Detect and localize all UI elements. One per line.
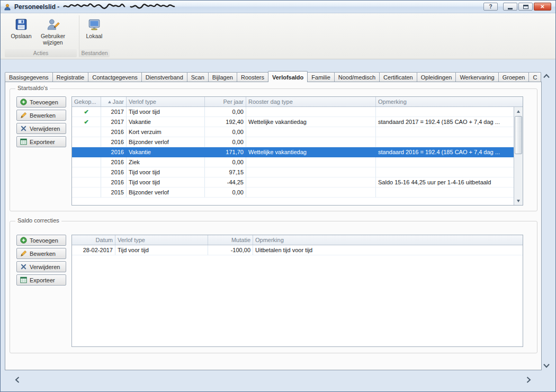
tab-familie[interactable]: Familie (307, 72, 334, 82)
cell-per-jaar: 0,00 (205, 188, 246, 198)
scrollbar-thumb[interactable] (515, 116, 522, 154)
tab-dienstverband[interactable]: Dienstverband (141, 72, 187, 82)
column-header-jaar[interactable]: Jaar (101, 97, 127, 106)
column-header-datum[interactable]: Datum (72, 235, 115, 245)
minimize-icon (508, 8, 513, 10)
scroll-left-button[interactable] (12, 375, 22, 385)
column-header-per-jaar[interactable]: Per jaar (205, 97, 246, 106)
table-row[interactable]: 2016 Bijzonder verlof 0,00 (72, 137, 514, 147)
tab-certificaten[interactable]: Certificaten (379, 72, 417, 82)
bewerken-button[interactable]: Bewerken (16, 248, 66, 259)
column-header-jaar-label: Jaar (113, 97, 124, 106)
cell-jaar: 2016 (101, 147, 127, 157)
lokaal-button[interactable]: Lokaal (80, 16, 109, 48)
tab-opleidingen[interactable]: Opleidingen (417, 72, 456, 82)
scroll-right-button[interactable] (524, 375, 533, 385)
tab-registratie[interactable]: Registratie (52, 72, 89, 82)
page-vertical-scrollbar (542, 71, 551, 370)
chevron-down-icon (543, 363, 550, 368)
table-row-selected[interactable]: 2016 Vakantie 171,70 Wettelijke vakantie… (72, 147, 514, 157)
gekoppeld-check-icon (72, 137, 101, 147)
cell-jaar: 2016 (101, 177, 127, 188)
table-row[interactable]: 2015 Bijzonder verlof 0,00 (72, 188, 514, 198)
column-header-gekoppeld[interactable]: Gekop... (72, 97, 101, 106)
tab-contactgegevens[interactable]: Contactgegevens (88, 72, 142, 82)
window-title: Personeelslid - (14, 3, 59, 11)
cell-rooster-dag-type: Wettelijke vakantiedag (246, 117, 376, 127)
pencil-icon (20, 112, 27, 119)
verwijderen-button[interactable]: Verwijderen (16, 123, 66, 134)
cell-per-jaar: 97,15 (205, 167, 246, 177)
gekoppeld-check-icon (72, 157, 101, 167)
cell-verlof-type: Tijd voor tijd (115, 245, 208, 255)
cell-rooster-dag-type (246, 167, 376, 177)
column-header-mutatie[interactable]: Mutatie (208, 235, 253, 245)
column-header-rooster-dag-type[interactable]: Rooster dag type (246, 97, 376, 106)
titlebar: Personeelslid - ? ✕ (1, 1, 555, 13)
toolbar-group-caption: Bestanden (79, 49, 110, 57)
saldo-correcties-groupbox: Saldo correcties Toevoegen Bewerken Verw… (10, 221, 537, 353)
exporteer-label: Exporteer (30, 139, 55, 145)
table-row[interactable]: 2016 Tijd voor tijd 97,15 (72, 167, 514, 177)
cell-jaar: 2016 (101, 157, 127, 167)
cell-jaar: 2017 (101, 107, 127, 117)
cell-opmerking (376, 107, 514, 117)
toevoegen-button[interactable]: Toevoegen (16, 96, 66, 108)
gebruiker-wijzigen-button[interactable]: Gebruiker wijzigen (37, 16, 69, 48)
toevoegen-button[interactable]: Toevoegen (16, 235, 66, 246)
table-row[interactable]: 2016 Ziek 0,00 (72, 157, 514, 167)
cell-jaar: 2016 (101, 137, 127, 147)
cell-jaar: 2016 (101, 167, 127, 177)
tab-roosters[interactable]: Roosters (237, 72, 268, 82)
tab-werkervaring[interactable]: Werkervaring (455, 72, 498, 82)
table-vertical-scrollbar (514, 107, 523, 205)
help-button[interactable]: ? (483, 3, 498, 11)
table-row[interactable]: 2016 Kort verzuim 0,00 (72, 127, 514, 137)
tab-groepen[interactable]: Groepen (498, 72, 530, 82)
column-header-verlof-type[interactable]: Verlof type (115, 235, 208, 245)
tab-scan[interactable]: Scan (187, 72, 209, 82)
column-header-opmerking[interactable]: Opmerking (253, 235, 523, 245)
startsaldos-table-body: ✔ 2017 Tijd voor tijd 0,00 ✔ 2017 Vakant… (72, 107, 514, 205)
tab-bijlagen[interactable]: Bijlagen (208, 72, 237, 82)
cell-datum: 28-02-2017 (72, 245, 115, 255)
tab-overflow[interactable]: C (528, 72, 541, 82)
table-row[interactable]: 28-02-2017 Tijd voor tijd -100,00 Uitbet… (72, 245, 523, 255)
toolbar-group-bestanden: Lokaal Bestanden (79, 15, 110, 57)
cell-opmerking: Saldo 15-16 44,25 uur per 1-4-16 uitbeta… (376, 177, 514, 188)
window: Personeelslid - ? ✕ Opslaan (0, 0, 556, 392)
correcties-table-body: 28-02-2017 Tijd voor tijd -100,00 Uitbet… (72, 245, 523, 346)
exporteer-button[interactable]: Exporteer (16, 136, 66, 147)
tab-nood-medisch[interactable]: Nood/medisch (334, 72, 380, 82)
app-icon (4, 3, 11, 11)
bewerken-label: Bewerken (30, 251, 56, 257)
table-row[interactable]: 2016 Tijd voor tijd -44,25 Saldo 15-16 4… (72, 177, 514, 188)
verwijderen-label: Verwijderen (30, 264, 60, 270)
scroll-down-button[interactable] (542, 361, 551, 370)
cell-verlof-type: Tijd voor tijd (127, 167, 205, 177)
table-row[interactable]: ✔ 2017 Tijd voor tijd 0,00 (72, 107, 514, 117)
exporteer-button[interactable]: Exporteer (16, 274, 66, 286)
scroll-up-button[interactable] (514, 107, 523, 115)
tab-verlofsaldo[interactable]: Verlofsaldo (268, 71, 308, 82)
column-header-opmerking[interactable]: Opmerking (376, 97, 523, 106)
scroll-up-button[interactable] (542, 71, 551, 81)
minimize-button[interactable] (503, 3, 517, 11)
table-row[interactable]: ✔ 2017 Vakantie 192,40 Wettelijke vakant… (72, 117, 514, 127)
scroll-down-icon (517, 200, 520, 202)
gekoppeld-check-icon (72, 167, 101, 177)
saldo-correcties-legend: Saldo correcties (15, 217, 61, 224)
tab-basisgegevens[interactable]: Basisgegevens (5, 72, 53, 82)
opslaan-button[interactable]: Opslaan (7, 16, 35, 48)
opslaan-label: Opslaan (11, 33, 31, 39)
verwijderen-button[interactable]: Verwijderen (16, 261, 66, 272)
close-button[interactable]: ✕ (534, 3, 551, 11)
scroll-down-button[interactable] (514, 197, 523, 205)
bewerken-button[interactable]: Bewerken (16, 110, 66, 121)
lokaal-label: Lokaal (86, 33, 103, 39)
cell-verlof-type: Bijzonder verlof (127, 188, 205, 198)
column-header-verlof-type[interactable]: Verlof type (127, 97, 205, 106)
startsaldos-table-header: Gekop... Jaar Verlof type Per jaar Roost… (72, 97, 523, 107)
cell-opmerking: Uitbetalen tijd voor tijd (253, 245, 523, 255)
maximize-button[interactable] (518, 3, 533, 11)
